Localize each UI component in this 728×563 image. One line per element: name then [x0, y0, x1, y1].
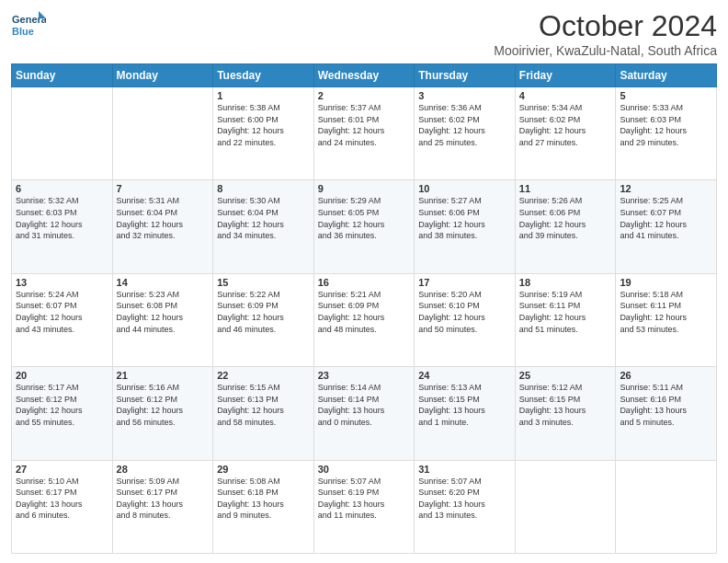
calendar-cell: 21Sunrise: 5:16 AM Sunset: 6:12 PM Dayli…	[112, 367, 213, 460]
calendar-cell: 26Sunrise: 5:11 AM Sunset: 6:16 PM Dayli…	[616, 367, 717, 460]
calendar-weekday-tuesday: Tuesday	[213, 64, 314, 87]
day-number: 23	[318, 370, 411, 381]
calendar-cell: 30Sunrise: 5:07 AM Sunset: 6:19 PM Dayli…	[313, 460, 415, 553]
day-info: Sunrise: 5:11 AM Sunset: 6:16 PM Dayligh…	[620, 382, 712, 428]
calendar-weekday-monday: Monday	[112, 64, 213, 87]
logo: General Blue	[11, 9, 46, 44]
day-number: 27	[16, 464, 108, 475]
day-number: 29	[217, 464, 310, 475]
calendar-cell: 6Sunrise: 5:32 AM Sunset: 6:03 PM Daylig…	[12, 180, 113, 273]
day-info: Sunrise: 5:16 AM Sunset: 6:12 PM Dayligh…	[117, 382, 210, 428]
day-number: 5	[620, 90, 712, 101]
day-info: Sunrise: 5:25 AM Sunset: 6:07 PM Dayligh…	[620, 195, 712, 241]
calendar-week-row: 20Sunrise: 5:17 AM Sunset: 6:12 PM Dayli…	[12, 367, 717, 460]
day-number: 3	[418, 90, 511, 101]
day-number: 1	[217, 90, 310, 101]
day-number: 12	[620, 183, 712, 194]
day-info: Sunrise: 5:17 AM Sunset: 6:12 PM Dayligh…	[16, 382, 108, 428]
calendar-cell: 14Sunrise: 5:23 AM Sunset: 6:08 PM Dayli…	[112, 273, 213, 366]
day-info: Sunrise: 5:32 AM Sunset: 6:03 PM Dayligh…	[16, 195, 108, 241]
calendar-cell: 16Sunrise: 5:21 AM Sunset: 6:09 PM Dayli…	[313, 273, 415, 366]
day-info: Sunrise: 5:14 AM Sunset: 6:14 PM Dayligh…	[318, 382, 411, 428]
calendar-cell: 31Sunrise: 5:07 AM Sunset: 6:20 PM Dayli…	[415, 460, 516, 553]
day-info: Sunrise: 5:26 AM Sunset: 6:06 PM Dayligh…	[519, 195, 612, 241]
day-info: Sunrise: 5:12 AM Sunset: 6:15 PM Dayligh…	[519, 382, 612, 428]
calendar-weekday-sunday: Sunday	[12, 64, 113, 87]
calendar-week-row: 13Sunrise: 5:24 AM Sunset: 6:07 PM Dayli…	[12, 273, 717, 366]
day-info: Sunrise: 5:15 AM Sunset: 6:13 PM Dayligh…	[217, 382, 310, 428]
day-number: 21	[117, 370, 210, 381]
calendar-cell: 2Sunrise: 5:37 AM Sunset: 6:01 PM Daylig…	[313, 87, 415, 180]
day-number: 9	[318, 183, 411, 194]
day-info: Sunrise: 5:18 AM Sunset: 6:11 PM Dayligh…	[620, 289, 712, 335]
day-number: 7	[117, 183, 210, 194]
calendar-cell	[112, 87, 213, 180]
calendar-cell	[12, 87, 113, 180]
calendar-cell: 5Sunrise: 5:33 AM Sunset: 6:03 PM Daylig…	[616, 87, 717, 180]
day-info: Sunrise: 5:09 AM Sunset: 6:17 PM Dayligh…	[117, 476, 210, 522]
day-info: Sunrise: 5:19 AM Sunset: 6:11 PM Dayligh…	[519, 289, 612, 335]
day-info: Sunrise: 5:30 AM Sunset: 6:04 PM Dayligh…	[217, 195, 310, 241]
day-number: 25	[519, 370, 612, 381]
day-number: 18	[519, 277, 612, 288]
calendar-cell: 17Sunrise: 5:20 AM Sunset: 6:10 PM Dayli…	[415, 273, 516, 366]
day-info: Sunrise: 5:27 AM Sunset: 6:06 PM Dayligh…	[418, 195, 511, 241]
calendar-cell: 7Sunrise: 5:31 AM Sunset: 6:04 PM Daylig…	[112, 180, 213, 273]
day-info: Sunrise: 5:21 AM Sunset: 6:09 PM Dayligh…	[318, 289, 411, 335]
calendar-week-row: 6Sunrise: 5:32 AM Sunset: 6:03 PM Daylig…	[12, 180, 717, 273]
day-info: Sunrise: 5:10 AM Sunset: 6:17 PM Dayligh…	[16, 476, 108, 522]
day-number: 22	[217, 370, 310, 381]
day-info: Sunrise: 5:38 AM Sunset: 6:00 PM Dayligh…	[217, 102, 310, 148]
calendar-cell: 12Sunrise: 5:25 AM Sunset: 6:07 PM Dayli…	[616, 180, 717, 273]
calendar-weekday-thursday: Thursday	[415, 64, 516, 87]
calendar-weekday-wednesday: Wednesday	[313, 64, 415, 87]
day-info: Sunrise: 5:07 AM Sunset: 6:19 PM Dayligh…	[318, 476, 411, 522]
day-info: Sunrise: 5:08 AM Sunset: 6:18 PM Dayligh…	[217, 476, 310, 522]
calendar-cell: 19Sunrise: 5:18 AM Sunset: 6:11 PM Dayli…	[616, 273, 717, 366]
calendar-cell: 9Sunrise: 5:29 AM Sunset: 6:05 PM Daylig…	[313, 180, 415, 273]
calendar-cell: 15Sunrise: 5:22 AM Sunset: 6:09 PM Dayli…	[213, 273, 314, 366]
calendar-cell: 10Sunrise: 5:27 AM Sunset: 6:06 PM Dayli…	[415, 180, 516, 273]
calendar-cell: 28Sunrise: 5:09 AM Sunset: 6:17 PM Dayli…	[112, 460, 213, 553]
calendar-cell: 25Sunrise: 5:12 AM Sunset: 6:15 PM Dayli…	[515, 367, 616, 460]
day-info: Sunrise: 5:20 AM Sunset: 6:10 PM Dayligh…	[418, 289, 511, 335]
day-info: Sunrise: 5:07 AM Sunset: 6:20 PM Dayligh…	[418, 476, 511, 522]
day-info: Sunrise: 5:13 AM Sunset: 6:15 PM Dayligh…	[418, 382, 511, 428]
calendar-cell: 11Sunrise: 5:26 AM Sunset: 6:06 PM Dayli…	[515, 180, 616, 273]
calendar-week-row: 27Sunrise: 5:10 AM Sunset: 6:17 PM Dayli…	[12, 460, 717, 553]
header: General Blue October 2024 Mooirivier, Kw…	[11, 9, 717, 58]
day-info: Sunrise: 5:23 AM Sunset: 6:08 PM Dayligh…	[117, 289, 210, 335]
svg-text:Blue: Blue	[12, 26, 34, 37]
calendar-cell: 4Sunrise: 5:34 AM Sunset: 6:02 PM Daylig…	[515, 87, 616, 180]
day-number: 19	[620, 277, 712, 288]
day-number: 24	[418, 370, 511, 381]
day-number: 8	[217, 183, 310, 194]
day-number: 17	[418, 277, 511, 288]
day-info: Sunrise: 5:37 AM Sunset: 6:01 PM Dayligh…	[318, 102, 411, 148]
day-number: 4	[519, 90, 612, 101]
calendar-cell: 3Sunrise: 5:36 AM Sunset: 6:02 PM Daylig…	[415, 87, 516, 180]
day-number: 28	[117, 464, 210, 475]
day-number: 13	[16, 277, 108, 288]
day-number: 15	[217, 277, 310, 288]
day-number: 10	[418, 183, 511, 194]
calendar-header-row: SundayMondayTuesdayWednesdayThursdayFrid…	[12, 64, 717, 87]
calendar-cell: 23Sunrise: 5:14 AM Sunset: 6:14 PM Dayli…	[313, 367, 415, 460]
subtitle: Mooirivier, KwaZulu-Natal, South Africa	[494, 43, 717, 58]
day-info: Sunrise: 5:22 AM Sunset: 6:09 PM Dayligh…	[217, 289, 310, 335]
day-number: 31	[418, 464, 511, 475]
calendar-cell: 20Sunrise: 5:17 AM Sunset: 6:12 PM Dayli…	[12, 367, 113, 460]
day-info: Sunrise: 5:36 AM Sunset: 6:02 PM Dayligh…	[418, 102, 511, 148]
calendar-cell: 24Sunrise: 5:13 AM Sunset: 6:15 PM Dayli…	[415, 367, 516, 460]
calendar-cell: 8Sunrise: 5:30 AM Sunset: 6:04 PM Daylig…	[213, 180, 314, 273]
calendar-cell	[515, 460, 616, 553]
calendar-cell: 27Sunrise: 5:10 AM Sunset: 6:17 PM Dayli…	[12, 460, 113, 553]
day-number: 26	[620, 370, 712, 381]
main-title: October 2024	[494, 9, 717, 43]
day-number: 20	[16, 370, 108, 381]
day-number: 11	[519, 183, 612, 194]
title-block: October 2024 Mooirivier, KwaZulu-Natal, …	[494, 9, 717, 58]
day-info: Sunrise: 5:29 AM Sunset: 6:05 PM Dayligh…	[318, 195, 411, 241]
calendar-week-row: 1Sunrise: 5:38 AM Sunset: 6:00 PM Daylig…	[12, 87, 717, 180]
day-number: 30	[318, 464, 411, 475]
